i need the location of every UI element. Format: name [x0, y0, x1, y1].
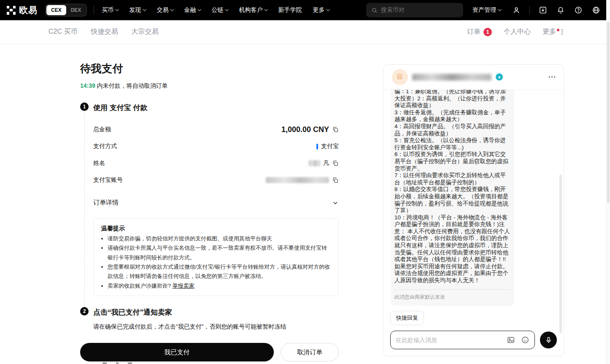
page-scrollbar[interactable]: [606, 0, 610, 364]
method-row: 支付方式 支付宝: [93, 138, 339, 155]
menu-finance[interactable]: 金融: [184, 6, 200, 14]
chat-header: 容 ★: [383, 65, 564, 90]
method-label: 支付方式: [93, 143, 117, 150]
orders-link[interactable]: 订单 1: [467, 27, 492, 36]
menu-more[interactable]: 更多: [313, 6, 329, 14]
message-input[interactable]: [396, 337, 501, 343]
main-menu: 买币 发现 交易 金融 公链 机构客户 新手学院 更多: [102, 6, 329, 14]
microphone-icon: [545, 336, 553, 344]
voice-message-button[interactable]: [540, 332, 557, 348]
okx-logo[interactable]: 欧易: [7, 4, 38, 16]
countdown-text: 14:39 内未付款，将自动取消订单: [80, 82, 339, 90]
paid-button[interactable]: 我已支付: [80, 343, 274, 361]
tab-express-trade[interactable]: 快捷交易: [91, 27, 118, 36]
copy-amount-icon[interactable]: [332, 126, 339, 133]
redacted-name: [309, 160, 320, 166]
image-upload-icon[interactable]: [507, 336, 515, 344]
tab-c2c-buy[interactable]: C2C 买币: [49, 27, 77, 36]
tips-box: 温馨提示 谨防交易诈骗，切勿轻信对方提供的支付截图、或使用其他平台聊天 请确保付…: [93, 218, 339, 296]
chat-panel: 容 ★ 骗：1：兼职返佣。（先让你赚小钱，诱导加大投资）2：高额返利。（让你进行…: [383, 64, 564, 356]
tips-title: 温馨提示: [101, 225, 331, 232]
merchant-message-bubble: 骗：1：兼职返佣。（先让你赚小钱，诱导加大投资）2：高额返利。（让你进行投资，并…: [391, 90, 514, 306]
menu-chain[interactable]: 公链: [211, 6, 228, 14]
language-button[interactable]: [589, 3, 603, 17]
menu-trade[interactable]: 交易: [157, 6, 173, 14]
okx-logo-icon: [7, 6, 16, 15]
step-rail: 1: [80, 102, 89, 307]
tip-item: 您需要根据对方的收款方式通过微信/支付宝/银行卡等平台转账给对方，请认真核对对方…: [108, 262, 331, 281]
alipay-icon: [316, 144, 318, 149]
sub-navbar: C2C 买币 快捷交易 大宗交易 订单 1 个人中心 更多: [0, 20, 610, 44]
chat-scrollbar[interactable]: [559, 175, 562, 333]
menu-academy[interactable]: 新手学院: [278, 6, 302, 14]
step-rail: 2: [80, 307, 89, 331]
chevron-down-icon: [332, 200, 339, 206]
account-row: 支付宝账号: [93, 172, 339, 189]
amount-value: 1,000.00 CNY: [281, 125, 329, 134]
chevron-down-icon: [265, 8, 268, 11]
step-1-body: 使用 支付宝 付款 总金额 1,000.00 CNY 支付方式 支付宝: [89, 102, 339, 307]
chevron-down-icon: [498, 8, 501, 11]
assets-menu[interactable]: 资产管理: [472, 6, 501, 14]
toggle-dex[interactable]: DEX: [66, 5, 86, 15]
default-message-note: 此消息由商家默认发送: [394, 294, 510, 301]
profile-button[interactable]: [509, 3, 524, 17]
cancel-order-button[interactable]: 取消订单: [281, 343, 339, 361]
copy-account-icon[interactable]: [332, 177, 339, 183]
clipped-bottom-content: [103, 362, 132, 364]
verified-badge-icon: ★: [496, 73, 503, 81]
chat-more-icon[interactable]: [549, 76, 555, 78]
menu-discover[interactable]: 发现: [129, 6, 146, 14]
search-placeholder: 搜索币对: [381, 6, 405, 14]
user-icon: [512, 6, 521, 14]
step-2-title: 点击“我已支付”通知卖家: [93, 307, 339, 317]
tip-item: 卖家的收款账户涉嫌欺诈? 举报卖家: [108, 281, 331, 291]
message-divider: [394, 289, 510, 290]
tip-item: 请确保付款卡所属人与平台实名信息一致，若不一致卖家有权不放币。请不要使用支付宝转…: [108, 243, 331, 262]
notifications-button[interactable]: [553, 3, 568, 17]
tip-item: 谨防交易诈骗，切勿轻信对方提供的支付截图、或使用其他平台聊天: [108, 234, 331, 243]
download-app-button[interactable]: [536, 3, 550, 17]
step-2-number: 2: [80, 307, 89, 315]
orders-count-badge: 1: [483, 28, 492, 36]
message-input-wrap: [390, 331, 535, 349]
page-scrollbar-thumb[interactable]: [607, 22, 610, 203]
globe-icon: [592, 6, 600, 14]
help-icon: [574, 6, 583, 14]
toggle-cex[interactable]: CEX: [46, 5, 66, 15]
bell-icon: [556, 6, 565, 14]
step-2-note: 请在确保已完成付款后，才点击“我已支付”，否则您的账号可能被暂时冻结: [93, 322, 339, 331]
icon-divider: [529, 6, 530, 14]
name-label: 姓名: [93, 159, 105, 167]
download-icon: [539, 6, 547, 14]
page-title: 待我支付: [80, 62, 339, 75]
redacted-account: [266, 177, 329, 183]
help-button[interactable]: [571, 3, 586, 17]
name-row: 姓名 凡: [93, 155, 339, 172]
brand-name: 欧易: [19, 4, 38, 16]
more-options-icon: [561, 29, 563, 35]
chevron-down-icon: [327, 8, 330, 11]
copy-name-icon[interactable]: [332, 160, 339, 167]
action-buttons: 我已支付 取消订单: [80, 343, 339, 361]
step-2-body: 点击“我已支付”通知卖家 请在确保已完成付款后，才点击“我已支付”，否则您的账号…: [89, 307, 339, 331]
chevron-down-icon: [143, 8, 146, 11]
chat-messages[interactable]: 骗：1：兼职返佣。（先让你赚小钱，诱导加大投资）2：高额返利。（让你进行投资，并…: [383, 90, 564, 307]
quick-reply-button[interactable]: 快捷回复: [390, 311, 424, 325]
menu-buy-crypto[interactable]: 买币: [102, 6, 118, 14]
chat-footer: 快捷回复: [383, 307, 564, 356]
search-input[interactable]: 搜索币对: [366, 3, 463, 17]
tab-block-trade[interactable]: 大宗交易: [131, 27, 158, 36]
emoji-icon[interactable]: [521, 336, 529, 344]
account-label: 支付宝账号: [93, 176, 123, 184]
order-details-toggle[interactable]: 订单详情: [93, 199, 339, 207]
merchant-message-text: 骗：1：兼职返佣。（先让你赚小钱，诱导加大投资）2：高额返利。（让你进行投资，并…: [394, 90, 510, 284]
chevron-down-icon: [198, 8, 201, 11]
step-connector: [84, 113, 85, 307]
report-seller-link[interactable]: 举报卖家: [173, 283, 194, 289]
profile-center-link[interactable]: 个人中心: [504, 27, 531, 36]
more-link[interactable]: 更多: [543, 27, 563, 36]
menu-institutional[interactable]: 机构客户: [239, 6, 267, 14]
order-details-label: 订单详情: [93, 199, 119, 207]
name-value: 凡: [323, 159, 329, 167]
